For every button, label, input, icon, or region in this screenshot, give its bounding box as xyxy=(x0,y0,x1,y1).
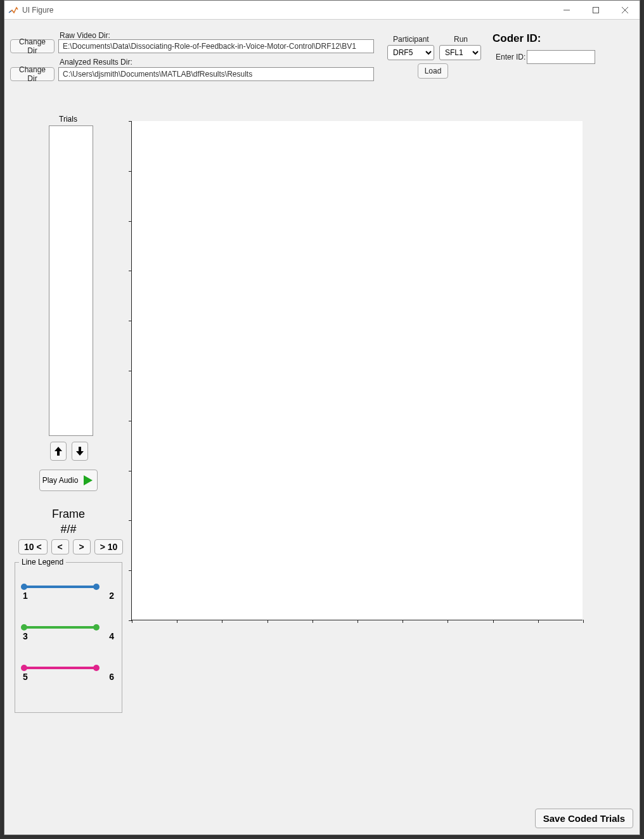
x-tick xyxy=(402,620,403,623)
y-tick xyxy=(129,271,132,271)
legend-line: 34 xyxy=(23,612,114,643)
participant-dropdown[interactable]: DRF5 xyxy=(387,45,434,60)
x-tick xyxy=(312,620,313,623)
coder-id-input[interactable] xyxy=(527,50,595,64)
line-legend-panel: Line Legend 123456 xyxy=(15,562,122,713)
matlab-icon xyxy=(8,5,18,15)
y-tick xyxy=(129,171,132,172)
maximize-button[interactable] xyxy=(581,1,610,20)
run-label: Run xyxy=(454,35,468,44)
y-tick xyxy=(129,471,132,471)
svg-rect-1 xyxy=(593,7,599,13)
y-tick xyxy=(129,520,132,521)
x-tick xyxy=(132,620,132,623)
arrow-down-icon xyxy=(75,446,84,456)
y-tick xyxy=(129,221,132,222)
legend-line: 12 xyxy=(23,572,114,602)
change-dir-analyzed-button[interactable]: Change Dir xyxy=(10,67,55,81)
content: Raw Video Dir: Change Dir Analyzed Resul… xyxy=(4,20,640,835)
play-audio-label: Play Audio xyxy=(42,476,79,485)
x-tick xyxy=(493,620,494,623)
legend-line: 56 xyxy=(23,653,114,683)
change-dir-raw-button[interactable]: Change Dir xyxy=(10,39,55,53)
back-10-button[interactable]: 10 < xyxy=(18,539,48,554)
frame-counter: #/# xyxy=(49,523,88,536)
trials-listbox[interactable] xyxy=(49,125,93,436)
legend-num-left: 5 xyxy=(23,672,28,682)
x-tick xyxy=(177,620,177,623)
y-tick xyxy=(129,421,132,421)
x-tick xyxy=(267,620,268,623)
trials-label: Trials xyxy=(59,115,77,124)
legend-num-left: 1 xyxy=(23,591,28,601)
play-audio-button[interactable]: Play Audio xyxy=(39,470,98,491)
y-tick xyxy=(129,321,132,321)
x-tick xyxy=(448,620,448,623)
titlebar: UI Figure xyxy=(4,1,640,20)
x-tick xyxy=(583,620,584,623)
frame-title: Frame xyxy=(49,508,88,521)
trial-down-button[interactable] xyxy=(72,442,88,461)
trial-up-button[interactable] xyxy=(50,442,67,461)
enter-id-label: Enter ID: xyxy=(496,53,525,61)
raw-video-dir-label: Raw Video Dir: xyxy=(60,31,110,40)
y-tick xyxy=(129,121,132,122)
main-axes[interactable] xyxy=(131,121,583,620)
x-tick xyxy=(538,620,539,623)
minimize-button[interactable] xyxy=(552,1,581,20)
arrow-up-icon xyxy=(54,446,63,456)
y-tick xyxy=(129,371,132,371)
legend-num-right: 6 xyxy=(109,672,114,682)
window-title: UI Figure xyxy=(22,6,53,15)
play-icon xyxy=(82,474,94,487)
app-window: UI Figure Raw Video Dir: Change Dir Anal… xyxy=(4,0,640,835)
participant-label: Participant xyxy=(393,35,429,44)
save-coded-trials-button[interactable]: Save Coded Trials xyxy=(535,809,633,828)
legend-num-left: 3 xyxy=(23,631,28,641)
x-tick xyxy=(222,620,222,623)
y-tick xyxy=(129,570,132,571)
analyzed-results-dir-label: Analyzed Results Dir: xyxy=(60,58,132,67)
line-legend-title: Line Legend xyxy=(19,558,66,567)
analyzed-results-dir-input[interactable] xyxy=(58,67,374,81)
back-1-button[interactable]: < xyxy=(51,539,69,554)
load-button[interactable]: Load xyxy=(418,63,448,79)
forward-10-button[interactable]: > 10 xyxy=(94,539,124,554)
legend-num-right: 4 xyxy=(109,631,114,641)
run-dropdown[interactable]: SFL1 xyxy=(439,45,481,60)
forward-1-button[interactable]: > xyxy=(73,539,91,554)
close-button[interactable] xyxy=(610,1,640,20)
legend-num-right: 2 xyxy=(109,591,114,601)
coder-id-title: Coder ID: xyxy=(493,32,541,45)
x-tick xyxy=(357,620,358,623)
raw-video-dir-input[interactable] xyxy=(58,39,374,53)
